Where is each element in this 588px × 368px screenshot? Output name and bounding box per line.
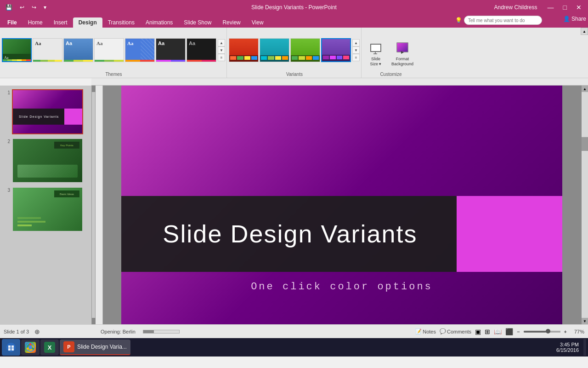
svg-rect-11 bbox=[11, 348, 14, 351]
powerpoint-icon: P bbox=[63, 341, 74, 352]
start-button[interactable] bbox=[2, 339, 20, 356]
chrome-icon bbox=[25, 342, 36, 353]
slide-thumb-1[interactable]: Slide Design Variants bbox=[12, 89, 83, 134]
customize-qat-button[interactable]: ▾ bbox=[42, 3, 48, 12]
search-container: 💡 bbox=[455, 16, 542, 25]
variant-thumbnail-4[interactable] bbox=[321, 38, 351, 62]
variant-thumbnail-1[interactable] bbox=[229, 38, 259, 62]
collapse-ribbon-button[interactable]: ▲ bbox=[581, 28, 588, 35]
slide-size-icon bbox=[368, 41, 383, 56]
title-bar-right: Andrew Childress — □ ✕ bbox=[494, 3, 584, 12]
status-bar: Slide 1 of 3 ⊕ Opening: Berlin 📝 Notes 💬… bbox=[0, 324, 588, 338]
tab-home[interactable]: Home bbox=[23, 17, 48, 28]
variants-label: Variants bbox=[229, 71, 360, 78]
slide-main-title: Slide Design Variants bbox=[163, 219, 417, 248]
theme-thumbnail-5[interactable]: Aa bbox=[125, 38, 155, 62]
redo-button[interactable]: ↪ bbox=[30, 3, 38, 12]
notes-button[interactable]: 📝 Notes bbox=[415, 328, 436, 334]
tab-transitions[interactable]: Transitions bbox=[102, 17, 140, 28]
customize-section: SlideSize ▾ ▶ bbox=[362, 28, 420, 78]
save-button[interactable]: 💾 bbox=[4, 3, 14, 12]
tab-review[interactable]: Review bbox=[217, 17, 246, 28]
variants-scroll: ▲ ▼ ≡ bbox=[352, 37, 360, 63]
theme3-label: Aa bbox=[66, 40, 72, 46]
variants-scroll-down[interactable]: ▼ bbox=[352, 46, 360, 54]
tab-design[interactable]: Design bbox=[73, 17, 102, 28]
opening-label: Opening: Berlin bbox=[101, 329, 136, 334]
slide-canvas[interactable]: Slide Design Variants One click color op… bbox=[121, 86, 562, 324]
slide-thumb-2[interactable]: Key Points bbox=[12, 138, 83, 183]
slide-panel: 1 Slide Design Variants 2 Key Points bbox=[0, 86, 92, 324]
zoom-level: 77% bbox=[571, 329, 584, 334]
svg-point-7 bbox=[6, 343, 16, 352]
taskbar-chrome[interactable] bbox=[21, 339, 40, 355]
undo-button[interactable]: ↩ bbox=[18, 3, 26, 12]
app-title: Slide Design Variants - PowerPoint bbox=[251, 4, 337, 11]
scroll-down-arrow[interactable] bbox=[92, 318, 96, 324]
slide-size-label: SlideSize ▾ bbox=[370, 57, 381, 67]
customize-buttons: SlideSize ▾ ▶ bbox=[365, 29, 417, 71]
themes-scroll-more[interactable]: ▼ bbox=[218, 46, 225, 54]
system-tray: 3:45 PM 6/15/2016 bbox=[556, 342, 582, 353]
zoom-in-button[interactable]: + bbox=[564, 329, 567, 334]
theme-thumbnail-1[interactable]: Aa bbox=[2, 38, 32, 62]
svg-line-15 bbox=[32, 348, 34, 350]
progress-fill bbox=[143, 330, 154, 333]
normal-view-button[interactable]: ▣ bbox=[475, 328, 481, 335]
comments-icon: 💬 bbox=[440, 328, 446, 334]
tab-animations[interactable]: Animations bbox=[140, 17, 178, 28]
zoom-slider[interactable] bbox=[524, 331, 560, 333]
theme-thumbnail-3[interactable]: Aa bbox=[63, 38, 93, 62]
slide-thumb-3[interactable]: Basic Ideas bbox=[12, 187, 83, 232]
themes-scroll-up[interactable]: ▲ bbox=[218, 39, 225, 46]
theme-thumbnail-4[interactable]: Aa bbox=[94, 38, 124, 62]
search-input[interactable] bbox=[464, 16, 542, 25]
theme4-label: Aa bbox=[96, 40, 102, 46]
tab-slideshow[interactable]: Slide Show bbox=[178, 17, 217, 28]
themes-section: Aa Aa Aa Aa bbox=[0, 28, 227, 78]
themes-scroll-down[interactable]: ≡ bbox=[218, 54, 225, 61]
slide-size-button[interactable]: SlideSize ▾ bbox=[365, 39, 386, 69]
variant-thumbnail-2[interactable] bbox=[260, 38, 289, 62]
format-background-button[interactable]: ▶ FormatBackground bbox=[388, 39, 417, 69]
tab-insert[interactable]: Insert bbox=[48, 17, 73, 28]
share-button[interactable]: 👤 Share bbox=[563, 16, 586, 22]
show-desktop-button[interactable] bbox=[583, 339, 586, 356]
comments-button[interactable]: 💬 Comments bbox=[440, 328, 471, 334]
taskbar-powerpoint[interactable]: P Slide Design Varia... bbox=[60, 339, 130, 355]
taskbar-excel[interactable]: X bbox=[40, 339, 59, 355]
variant-thumbnail-3[interactable] bbox=[290, 38, 320, 62]
slide-sorter-button[interactable]: ⊞ bbox=[485, 328, 490, 335]
slide-item-2[interactable]: 2 Key Points bbox=[4, 138, 88, 183]
minimize-button[interactable]: — bbox=[545, 3, 557, 12]
scroll-thumb[interactable] bbox=[582, 137, 588, 151]
new-slide-icon[interactable]: ⊕ bbox=[34, 328, 40, 335]
canvas-scroll-up[interactable]: ▲ bbox=[582, 86, 588, 92]
canvas-scroll-down[interactable]: ▼ bbox=[582, 318, 588, 324]
variants-scroll-more[interactable]: ≡ bbox=[352, 54, 360, 61]
theme-thumbnail-6[interactable]: Aa bbox=[156, 38, 186, 62]
themes-scroll: ▲ ▼ ≡ bbox=[217, 37, 226, 63]
svg-rect-8 bbox=[8, 345, 11, 348]
share-icon: 👤 bbox=[563, 16, 570, 22]
excel-icon: X bbox=[44, 342, 55, 353]
slide-number-3: 3 bbox=[4, 188, 10, 193]
tab-file[interactable]: File bbox=[2, 17, 23, 28]
slide-panel-scrollbar[interactable] bbox=[92, 86, 96, 324]
tab-view[interactable]: View bbox=[246, 17, 269, 28]
reading-view-button[interactable]: 📖 bbox=[494, 328, 502, 335]
canvas-scrollbar[interactable]: ▲ ▼ bbox=[582, 86, 588, 324]
theme-thumbnail-2[interactable]: Aa bbox=[33, 38, 62, 62]
zoom-out-button[interactable]: − bbox=[517, 329, 520, 334]
slide-item-1[interactable]: 1 Slide Design Variants bbox=[4, 89, 88, 134]
maximize-button[interactable]: □ bbox=[560, 3, 570, 12]
theme-thumbnail-7[interactable]: Aa bbox=[187, 38, 216, 62]
scroll-track bbox=[582, 92, 588, 318]
theme6-label: Aa bbox=[158, 40, 164, 46]
slideshow-button[interactable]: ⬛ bbox=[505, 328, 513, 335]
scroll-up-arrow[interactable] bbox=[92, 86, 96, 92]
close-button[interactable]: ✕ bbox=[573, 3, 584, 12]
variants-scroll-up[interactable]: ▲ bbox=[352, 39, 360, 46]
slide-item-3[interactable]: 3 Basic Ideas bbox=[4, 187, 88, 232]
slide3-thumb-label: Basic Ideas bbox=[60, 193, 74, 196]
